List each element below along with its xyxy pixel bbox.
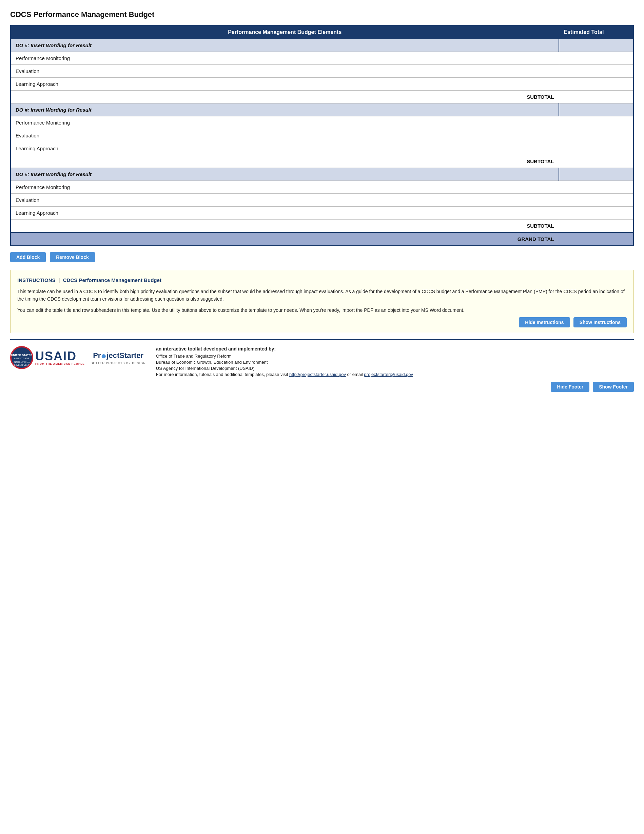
col-total-header: Estimated Total: [559, 26, 633, 39]
row-value: [559, 78, 633, 91]
row-label: Evaluation: [11, 65, 559, 78]
instructions-box: INSTRUCTIONS | CDCS Performance Manageme…: [10, 270, 634, 333]
row-label: Performance Monitoring: [11, 52, 559, 65]
instructions-separator: |: [57, 277, 61, 283]
grand-total-label: GRAND TOTAL: [11, 233, 559, 246]
show-footer-button[interactable]: Show Footer: [593, 382, 634, 392]
row-value: [559, 194, 633, 207]
do-header-row: DO #: Insert Wording for Result: [11, 168, 633, 181]
row-value: [559, 116, 633, 129]
svg-text:UNITED STATES: UNITED STATES: [11, 354, 32, 357]
row-value: [559, 65, 633, 78]
table-row: Learning Approach: [11, 142, 633, 155]
hide-instructions-button[interactable]: Hide Instructions: [519, 317, 570, 327]
table-row: Evaluation: [11, 129, 633, 142]
instructions-doc-name: CDCS Performance Management Budget: [63, 277, 161, 283]
do-header-label: DO #: Insert Wording for Result: [11, 168, 559, 181]
table-row: Learning Approach: [11, 78, 633, 91]
footer-logos: UNITED STATES AGENCY FOR INTERNATIONAL D…: [10, 346, 146, 369]
table-row: Performance Monitoring: [11, 181, 633, 194]
table-body: DO #: Insert Wording for ResultPerforman…: [11, 39, 633, 246]
budget-table: Performance Management Budget Elements E…: [10, 25, 634, 246]
table-row: Performance Monitoring: [11, 116, 633, 129]
footer-more-info: For more information, tutorials and addi…: [156, 372, 634, 377]
usaid-acronym: USAID: [35, 350, 77, 362]
footer-info: an interactive toolkit developed and imp…: [156, 346, 634, 392]
row-label: Learning Approach: [11, 207, 559, 220]
do-header-label: DO #: Insert Wording for Result: [11, 103, 559, 116]
footer-link2[interactable]: projectstarter@usaid.gov: [364, 372, 413, 377]
instructions-buttons: Hide Instructions Show Instructions: [17, 317, 627, 327]
add-block-button[interactable]: Add Block: [10, 252, 46, 262]
row-value: [559, 181, 633, 194]
svg-text:INTERNATIONAL: INTERNATIONAL: [14, 361, 30, 363]
grand-total-row: GRAND TOTAL: [11, 233, 633, 246]
subtotal-value: [559, 220, 633, 233]
row-label: Evaluation: [11, 194, 559, 207]
do-header-label: DO #: Insert Wording for Result: [11, 39, 559, 52]
footer-org3: US Agency for International Development …: [156, 366, 634, 371]
instructions-label: INSTRUCTIONS: [17, 277, 56, 283]
do-header-total-cell: [559, 103, 633, 116]
subtotal-value: [559, 155, 633, 168]
table-row: Learning Approach: [11, 207, 633, 220]
do-header-total-cell: [559, 168, 633, 181]
instructions-title: INSTRUCTIONS | CDCS Performance Manageme…: [17, 276, 627, 284]
subtotal-label: SUBTOTAL: [11, 220, 559, 233]
row-label: Learning Approach: [11, 78, 559, 91]
footer-developed-by: an interactive toolkit developed and imp…: [156, 346, 634, 352]
usaid-text-logo: USAID FROM THE AMERICAN PEOPLE: [35, 350, 84, 365]
footer-org1: Office of Trade and Regulatory Reform: [156, 354, 634, 359]
table-row: Evaluation: [11, 65, 633, 78]
show-instructions-button[interactable]: Show Instructions: [573, 317, 627, 327]
subtotal-label: SUBTOTAL: [11, 91, 559, 103]
table-header-row: Performance Management Budget Elements E…: [11, 26, 633, 39]
page-title: CDCS Performance Management Budget: [10, 10, 634, 19]
subtotal-label: SUBTOTAL: [11, 155, 559, 168]
svg-text:AGENCY FOR: AGENCY FOR: [14, 357, 29, 360]
table-row: Evaluation: [11, 194, 633, 207]
row-value: [559, 129, 633, 142]
usaid-seal-icon: UNITED STATES AGENCY FOR INTERNATIONAL D…: [10, 346, 33, 369]
subtotal-value: [559, 91, 633, 103]
table-action-buttons: Add Block Remove Block: [10, 252, 634, 262]
usaid-from-people: FROM THE AMERICAN PEOPLE: [35, 362, 84, 365]
row-label: Evaluation: [11, 129, 559, 142]
subtotal-row: SUBTOTAL: [11, 220, 633, 233]
projectstarter-name: Pr●jectStarter: [93, 351, 144, 361]
instructions-para2: You can edit the table title and row sub…: [17, 306, 627, 314]
instructions-para1: This template can be used in a CDCS to i…: [17, 288, 627, 303]
footer-link1[interactable]: http://projectstarter.usaid.gov: [289, 372, 346, 377]
footer-org2: Bureau of Economic Growth, Education and…: [156, 360, 634, 365]
projectstarter-logo: Pr●jectStarter BETTER PROJECTS BY DESIGN: [90, 351, 145, 365]
usaid-logo: UNITED STATES AGENCY FOR INTERNATIONAL D…: [10, 346, 84, 369]
do-header-total-cell: [559, 39, 633, 52]
svg-text:DEVELOPMENT: DEVELOPMENT: [14, 364, 29, 366]
row-value: [559, 142, 633, 155]
row-label: Learning Approach: [11, 142, 559, 155]
subtotal-row: SUBTOTAL: [11, 155, 633, 168]
hide-footer-button[interactable]: Hide Footer: [551, 382, 589, 392]
remove-block-button[interactable]: Remove Block: [50, 252, 95, 262]
subtotal-row: SUBTOTAL: [11, 91, 633, 103]
row-label: Performance Monitoring: [11, 181, 559, 194]
grand-total-value: [559, 233, 633, 246]
do-header-row: DO #: Insert Wording for Result: [11, 39, 633, 52]
row-label: Performance Monitoring: [11, 116, 559, 129]
instructions-text: This template can be used in a CDCS to i…: [17, 288, 627, 314]
footer: UNITED STATES AGENCY FOR INTERNATIONAL D…: [10, 339, 634, 392]
do-header-row: DO #: Insert Wording for Result: [11, 103, 633, 116]
table-row: Performance Monitoring: [11, 52, 633, 65]
col-elements-header: Performance Management Budget Elements: [11, 26, 559, 39]
footer-buttons: Hide Footer Show Footer: [156, 382, 634, 392]
projectstarter-tagline: BETTER PROJECTS BY DESIGN: [90, 361, 145, 365]
row-value: [559, 207, 633, 220]
row-value: [559, 52, 633, 65]
